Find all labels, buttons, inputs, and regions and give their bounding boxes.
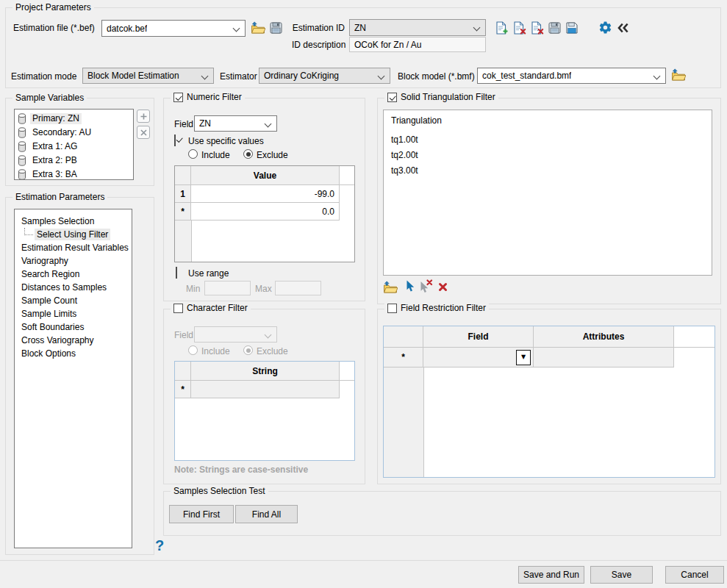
solid-triangulation-filter-checkbox[interactable] [387, 93, 397, 102]
save-icon[interactable] [270, 22, 282, 34]
block-model-combo[interactable]: cok_test_standard.bmf [477, 68, 666, 84]
remove-variable-button[interactable] [137, 126, 150, 139]
unpick-triangulation-icon[interactable] [420, 279, 433, 293]
estimation-parameter-item[interactable]: Select Using Filter [15, 227, 132, 240]
chevron-down-icon [378, 73, 385, 80]
value-cell[interactable]: 0.0 [191, 203, 340, 220]
estimation-parameter-item[interactable]: Variography [15, 254, 132, 267]
estimation-parameter-item[interactable]: Distances to Samples [15, 280, 132, 293]
plus-icon [140, 113, 147, 120]
help-icon[interactable]: ? [155, 537, 164, 554]
use-range-checkbox[interactable] [176, 267, 177, 279]
field-restriction-row[interactable]: *▼ [384, 348, 715, 368]
estimation-parameters-tree[interactable]: Samples SelectionSelect Using FilterEsti… [14, 209, 132, 548]
numeric-field-label: Field [174, 119, 193, 129]
sample-variable-item[interactable]: Extra 2: PB [15, 154, 133, 168]
numeric-include-label: Include [201, 150, 230, 160]
collapse-chevrons-icon[interactable] [617, 23, 629, 33]
use-specific-values-checkbox[interactable] [174, 135, 176, 146]
save-flat-icon[interactable] [566, 22, 578, 34]
numeric-value-row[interactable]: 1-99.0 [175, 185, 354, 203]
field-restriction-rows: *▼ [384, 348, 715, 368]
sample-variables-list[interactable]: Primary: ZNSecondary: AUExtra 1: AGExtra… [14, 109, 134, 180]
attributes-column-header[interactable]: Attributes [534, 326, 674, 348]
numeric-exclude-radio[interactable] [243, 149, 253, 159]
remove-triangulation-icon[interactable] [438, 282, 448, 292]
sample-variable-item[interactable]: Extra 1: AG [15, 140, 133, 154]
estimation-parameter-item[interactable]: Soft Boundaries [15, 320, 132, 333]
estimation-mode-combo[interactable]: Block Model Estimation [82, 68, 214, 84]
pick-triangulation-icon[interactable] [406, 280, 415, 293]
duplicate-id-icon[interactable] [531, 21, 544, 35]
add-id-icon[interactable] [495, 21, 509, 35]
database-icon [18, 127, 26, 138]
estimation-parameters-title: Estimation Parameters [12, 192, 107, 202]
triangulation-item[interactable]: tq3.00t [384, 163, 712, 179]
solid-triangulation-filter-label: Solid Triangulation Filter [401, 92, 495, 103]
character-filter-label: Character Filter [187, 303, 248, 314]
character-field-combo[interactable] [194, 326, 277, 343]
sample-variable-item[interactable]: Extra 3: BA [15, 168, 133, 180]
add-variable-button[interactable] [137, 110, 150, 123]
value-cell[interactable]: -99.0 [191, 185, 340, 203]
estimation-file-combo[interactable]: datcok.bef [101, 20, 246, 37]
string-column-header[interactable]: String [191, 362, 340, 381]
id-description-field[interactable]: OCoK for Zn / Au [349, 37, 486, 52]
numeric-filter-checkbox[interactable] [173, 93, 183, 102]
find-first-button[interactable]: Find First [169, 505, 234, 523]
numeric-include-radio[interactable] [188, 149, 198, 159]
delete-id-icon[interactable] [513, 21, 526, 35]
chevron-down-icon [653, 73, 661, 80]
estimation-parameter-label: Block Options [19, 348, 78, 359]
field-restriction-filter-checkbox[interactable] [387, 304, 397, 313]
save-3d-icon[interactable] [548, 22, 561, 34]
database-icon [18, 113, 26, 124]
numeric-field-combo[interactable]: ZN [194, 115, 277, 132]
estimation-parameter-item[interactable]: Samples Selection [15, 214, 132, 227]
estimation-parameter-item[interactable]: Cross Variography [15, 333, 132, 346]
attributes-cell[interactable] [534, 348, 674, 368]
string-cell[interactable] [191, 381, 340, 398]
character-string-row[interactable]: * [175, 381, 354, 398]
field-restriction-table[interactable]: Field Attributes *▼ [383, 326, 715, 478]
row-header-cell: 1 [175, 185, 191, 203]
table-corner-cell [384, 326, 423, 348]
sample-variable-label: Extra 1: AG [30, 141, 79, 152]
estimator-combo[interactable]: Ordinary CoKriging [259, 68, 390, 84]
value-column-header[interactable]: Value [191, 166, 340, 185]
table-corner-cell [175, 166, 191, 185]
estimation-parameter-item[interactable]: Sample Limits [15, 306, 132, 320]
estimation-parameter-label: Cross Variography [19, 334, 96, 346]
character-include-label: Include [201, 346, 230, 356]
save-button[interactable]: Save [590, 566, 653, 584]
sample-variable-item[interactable]: Secondary: AU [15, 126, 133, 140]
character-strings-table[interactable]: String * [174, 361, 355, 461]
triangulation-item[interactable]: tq2.00t [384, 148, 712, 163]
triangulation-item[interactable]: tq1.00t [384, 132, 712, 148]
field-cell[interactable]: ▼ [423, 348, 534, 368]
cancel-button[interactable]: Cancel [665, 566, 724, 584]
save-and-run-button[interactable]: Save and Run [518, 566, 584, 584]
character-exclude-label: Exclude [257, 346, 288, 356]
settings-gear-icon[interactable] [598, 21, 612, 35]
estimation-id-combo[interactable]: ZN [349, 19, 486, 36]
character-include-radio[interactable] [188, 345, 198, 355]
max-field[interactable] [275, 281, 321, 295]
estimation-parameter-item[interactable]: Search Region [15, 267, 132, 280]
numeric-values-table[interactable]: Value 1-99.0*0.0 [174, 165, 355, 262]
triangulation-list[interactable]: Triangulation tq1.00ttq2.00ttq3.00t [383, 110, 712, 276]
load-triangulation-icon[interactable] [383, 281, 398, 293]
numeric-value-row[interactable]: *0.0 [175, 203, 354, 220]
estimation-parameter-item[interactable]: Sample Count [15, 293, 132, 306]
open-block-model-folder-icon[interactable] [671, 68, 686, 81]
sample-variable-item[interactable]: Primary: ZN [15, 112, 133, 126]
character-filter-checkbox[interactable] [173, 304, 183, 313]
min-field[interactable] [204, 281, 251, 295]
estimation-parameter-item[interactable]: Estimation Result Variables [15, 240, 132, 254]
field-column-header[interactable]: Field [423, 326, 534, 348]
character-exclude-radio[interactable] [243, 345, 253, 355]
field-dropdown-button[interactable]: ▼ [516, 350, 531, 365]
estimation-parameter-item[interactable]: Block Options [15, 346, 132, 359]
find-all-button[interactable]: Find All [235, 505, 298, 523]
open-folder-icon[interactable] [251, 21, 265, 34]
